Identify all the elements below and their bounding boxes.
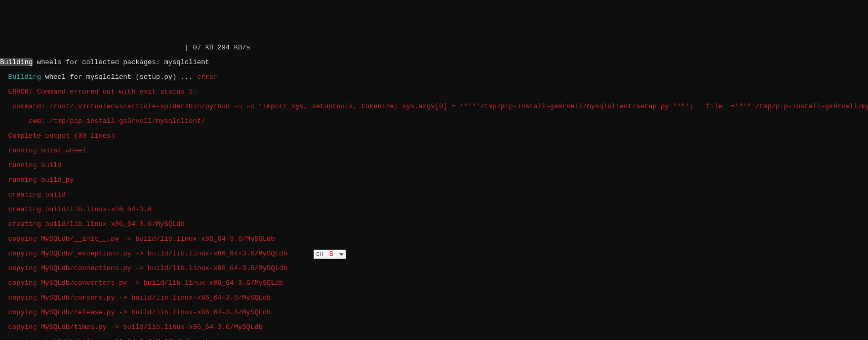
terminal-line: running build [0,162,868,169]
terminal-line: copying MySQLdb/release.py -> build/lib.… [0,309,868,316]
text: running bdist_wheel [0,147,86,154]
text: creating build/lib.linux-x86_64-3.6 [0,205,152,213]
ime-indicator[interactable]: CH S [314,250,346,259]
terminal-line: copying MySQLdb/connections.py -> build/… [0,265,868,272]
terminal-line: Building wheel for mysqlclient (setup.py… [0,74,868,81]
terminal-line: creating build/lib.linux-x86_64-3.6/MySQ… [0,221,868,228]
text: copying MySQLdb/__init__.py -> build/lib… [0,235,275,243]
text: ERROR: Command errored out with exit sta… [0,88,197,96]
text: copying MySQLdb/release.py -> build/lib.… [0,308,271,316]
text: running build_py [0,176,74,184]
text: copying MySQLdb/_exceptions.py -> build/… [0,250,287,257]
terminal-line: command: /root/.virtualenvs/article-spid… [0,103,868,110]
terminal-line: copying MySQLdb/__init__.py -> build/lib… [0,235,868,243]
text: wheels for collected packages: mysqlclie… [33,58,209,66]
terminal-output[interactable]: | 07 KB 294 KB/s Building wheels for col… [0,37,868,340]
text: copying MySQLdb/times.py -> build/lib.li… [0,323,263,331]
text: creating build/lib.linux-x86_64-3.6/MySQ… [0,338,226,340]
text: creating build [0,191,66,199]
terminal-line: cwd: /tmp/pip-install-ga9rvell/mysqlclie… [0,118,868,125]
selected-text: Building [0,58,33,66]
text: command: /root/.virtualenvs/article-spid… [0,102,868,110]
text: | 07 KB 294 KB/s [0,44,250,51]
terminal-line: copying MySQLdb/converters.py -> build/l… [0,280,868,287]
text: wheel for mysqlclient (setup.py) ... [41,73,197,81]
terminal-line: Complete output (30 lines): [0,132,868,140]
text: running build [0,161,62,169]
ime-lang-label: CH [316,251,323,258]
text: error [197,73,217,81]
terminal-line: copying MySQLdb/times.py -> build/lib.li… [0,324,868,331]
terminal-line: creating build [0,191,868,199]
text: copying MySQLdb/converters.py -> build/l… [0,279,283,287]
text: cwd: /tmp/pip-install-ga9rvell/mysqlclie… [0,117,205,125]
terminal-line: copying MySQLdb/_exceptions.py -> build/… [0,250,868,257]
text: copying MySQLdb/cursors.py -> build/lib.… [0,294,271,302]
terminal-line: creating build/lib.linux-x86_64-3.6 [0,206,868,213]
chevron-down-icon [339,253,344,256]
terminal-line: copying MySQLdb/cursors.py -> build/lib.… [0,294,868,302]
terminal-line: Building wheels for collected packages: … [0,59,868,66]
ime-logo-icon: S [329,251,334,258]
text: copying MySQLdb/connections.py -> build/… [0,264,287,272]
terminal-line: running build_py [0,177,868,184]
text: Complete output (30 lines): [0,132,119,140]
terminal-line: running bdist_wheel [0,147,868,154]
terminal-line: | 07 KB 294 KB/s [0,44,868,51]
terminal-line: ERROR: Command errored out with exit sta… [0,88,868,96]
text: Building [0,73,41,81]
text: creating build/lib.linux-x86_64-3.6/MySQ… [0,220,185,228]
